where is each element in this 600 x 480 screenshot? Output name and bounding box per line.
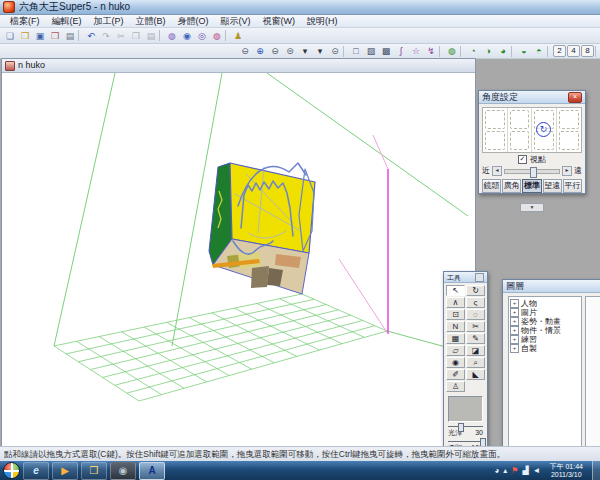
angle-preset-2[interactable] [508,108,533,152]
taskbar-photo-viewer-button[interactable]: ◉ [110,462,136,480]
figure-button[interactable]: ♟ [231,30,245,42]
menu-item[interactable]: 檔案(F) [4,17,46,26]
panel-expand-button[interactable]: ▼ [520,203,544,212]
face-tool[interactable]: ▦ [446,333,465,344]
lens-label-button[interactable]: 鏡頭 [482,179,501,193]
brush-tool[interactable]: ✎ [466,333,485,344]
distance-slider[interactable] [504,169,560,174]
menu-item[interactable]: 加工(P) [88,17,130,26]
undo-button[interactable]: ↶ [84,30,98,42]
layer-tree-item[interactable]: + └ 姿勢・動畫 [510,317,580,326]
subdivision-8-button[interactable]: 8 [581,45,594,57]
smooth-shading-button[interactable]: ◕ [496,45,510,57]
angle-preset-3[interactable]: ↻ [532,108,557,152]
taskbar-ie-button[interactable]: e [23,462,49,480]
expand-plus-icon[interactable]: + [510,335,519,344]
hidden-line-mode-button[interactable]: ▨ [364,45,378,57]
texture-mode-button[interactable]: ▩ [379,45,393,57]
save-button[interactable]: ▣ [33,30,47,42]
tray-program-icon[interactable]: ◕ [494,467,499,475]
taskbar-media-player-button[interactable]: ▶ [52,462,78,480]
curve-tool[interactable]: ς [466,297,485,308]
menu-item[interactable]: 視窗(W) [257,17,302,26]
layer-tree-item[interactable]: + └ 物件・情景 [510,326,580,335]
window-titlebar[interactable]: 六角大王Super5 - n huko [0,0,600,15]
angle-panel-titlebar[interactable]: 角度設定 × [479,91,585,104]
view-mode-1-button[interactable]: ◍ [165,30,179,42]
copy-button[interactable]: ❐ [129,30,143,42]
layer-tree-item[interactable]: + └ 練習 [510,335,580,344]
redo-button[interactable]: ↷ [99,30,113,42]
telephoto-button[interactable]: 望遠 [543,179,562,193]
walk-button[interactable]: ☆ [409,45,423,57]
polygon-tool[interactable]: ▱ [446,345,465,356]
expand-plus-icon[interactable]: + [510,344,519,353]
zoom-farther-button[interactable]: ▸ [562,166,572,176]
standard-lens-button[interactable]: 標準 [522,179,541,193]
shadow-button[interactable]: ◒ [517,45,531,57]
volume-icon[interactable]: ◄ [533,467,541,475]
cut-button[interactable]: ✂ [114,30,128,42]
action-center-icon[interactable]: ⚑ [511,467,518,475]
view-mode-4-button[interactable]: ◍ [210,30,224,42]
collapse-icon[interactable] [475,273,484,282]
menu-item[interactable]: 顯示(V) [215,17,257,26]
parallel-projection-button[interactable]: 平行 [563,179,582,193]
start-button[interactable] [3,462,20,479]
close-icon[interactable]: × [568,92,582,103]
select-tool[interactable]: ↖ [446,285,465,296]
front-view-button[interactable]: ⊝ [328,45,342,57]
zoom-tool[interactable]: ⌕ [466,357,485,368]
view-angle-menu-button[interactable]: ▾ [298,45,312,57]
menu-item[interactable]: 編輯(E) [46,17,88,26]
render-button[interactable]: ◍ [445,45,459,57]
zoom-nearer-button[interactable]: ◂ [492,166,502,176]
import-button[interactable]: ❒ [48,30,62,42]
open-file-button[interactable]: ❒ [18,30,32,42]
menu-item[interactable]: 說明(H) [301,17,344,26]
taskbar-explorer-button[interactable]: ❒ [81,462,107,480]
opacity-slider[interactable] [448,439,483,444]
taskbar-clock[interactable]: 下午 01:44 2011/3/10 [545,463,588,479]
background-button[interactable]: ◓ [532,45,546,57]
eyedropper-tool[interactable]: ✐ [446,369,465,380]
network-icon[interactable]: ▟ [522,467,528,475]
show-hidden-icons-button[interactable]: ▴ [503,467,507,475]
layer-tree-item[interactable]: + └ 自製 [510,344,580,353]
subdivision-2-button[interactable]: 2 [553,45,566,57]
layer-tree-item[interactable]: + └ 圖片 [510,308,580,317]
rect-select-tool[interactable]: ⊡ [446,309,465,320]
mirror-view-button[interactable]: ◑ [481,45,495,57]
rotate-tool[interactable]: ↻ [466,285,485,296]
angle-preset-1[interactable] [483,108,508,152]
expand-plus-icon[interactable]: + [510,326,519,335]
viewpoint-checkbox[interactable]: ✓ [518,155,527,164]
scissors-tool[interactable]: ✂ [466,321,485,332]
color-swatch[interactable] [448,396,483,422]
menu-item[interactable]: 立體(B) [130,17,172,26]
view-reset-button[interactable]: ▾ [313,45,327,57]
expand-plus-icon[interactable]: + [510,308,519,317]
subdivision-4-button[interactable]: 4 [567,45,580,57]
wireframe-mode-button[interactable]: □ [349,45,363,57]
expand-plus-icon[interactable]: + [510,299,519,308]
layer-tree-item[interactable]: + └ 人物 [510,299,580,308]
layers-panel-titlebar[interactable]: 圖層 [503,280,600,293]
viewport-3d[interactable] [2,73,475,446]
view-mode-3-button[interactable]: ◎ [195,30,209,42]
gloss-slider[interactable] [448,424,483,429]
rotate-right-view-button[interactable]: ⊖ [268,45,282,57]
solid-tool[interactable]: ◪ [466,345,485,356]
fill-tool[interactable]: ◣ [466,369,485,380]
new-file-button[interactable]: ❏ [3,30,17,42]
pen-tool[interactable]: N [446,321,465,332]
rotate-left-view-button[interactable]: ⊖ [238,45,252,57]
view-angle-button[interactable]: ⊜ [283,45,297,57]
tools-panel-titlebar[interactable]: 工具 [444,272,487,283]
distance-slider-thumb[interactable] [530,167,537,178]
layer-preview-pane[interactable] [585,296,600,456]
paste-button[interactable]: ▤ [144,30,158,42]
lasso-tool[interactable]: ◌ [466,309,485,320]
ground-grid-button[interactable]: ◔ [466,45,480,57]
rotate-view-button[interactable]: ⊕ [253,45,267,57]
